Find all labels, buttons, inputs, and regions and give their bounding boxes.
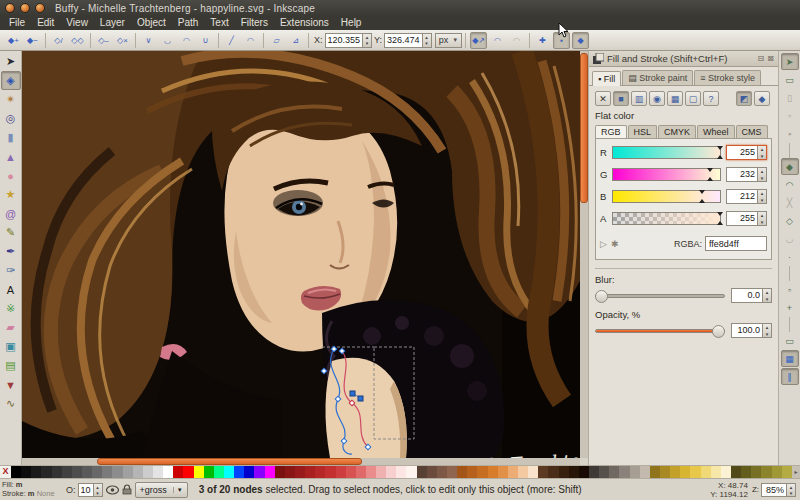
spin-arrows[interactable]: ▴▾ (786, 484, 795, 496)
panel-close-icon[interactable]: ⊠ (767, 54, 774, 63)
menu-path[interactable]: Path (172, 16, 205, 30)
palette-swatch[interactable] (518, 466, 528, 478)
spin-arrows[interactable]: ▴▾ (93, 484, 102, 496)
tool-ellipse[interactable]: ● (1, 166, 21, 185)
zoom-spinbox[interactable]: 85% ▴▾ (761, 483, 796, 497)
snap-paths[interactable]: ◠ (781, 176, 799, 193)
palette-swatch[interactable] (538, 466, 548, 478)
blur-spinbox[interactable]: 0.0 ▴▾ (731, 288, 772, 303)
palette-swatch[interactable] (569, 466, 579, 478)
spin-arrows[interactable]: ▴▾ (762, 324, 771, 337)
palette-swatch[interactable] (285, 466, 295, 478)
opacity-slider[interactable] (595, 329, 725, 333)
tool-text[interactable]: A (1, 280, 21, 299)
palette-swatch[interactable] (680, 466, 690, 478)
channel-slider-b[interactable] (612, 190, 721, 203)
maximize-window-button[interactable] (35, 3, 45, 13)
palette-swatch[interactable] (396, 466, 406, 478)
close-window-button[interactable] (5, 3, 15, 13)
canvas[interactable]: Michelle Trachtenberg copyright by traeu… (22, 51, 580, 458)
palette-swatch[interactable] (21, 466, 31, 478)
rgba-hex-input[interactable]: ffe8d4ff (705, 236, 767, 251)
palette-swatch[interactable] (782, 466, 792, 478)
color-tab-cms[interactable]: CMS (736, 125, 768, 138)
snap-bounding-box[interactable]: ▭ (781, 71, 799, 88)
menu-edit[interactable]: Edit (31, 16, 60, 30)
line-segment[interactable]: ╱ (223, 32, 240, 49)
palette-swatch[interactable] (82, 466, 92, 478)
snap-bbox-midpoints[interactable]: ▪ (781, 125, 799, 142)
edit-mask[interactable]: ◠ (489, 32, 506, 49)
snap-nodes[interactable]: ◆ (781, 158, 799, 175)
palette-swatch[interactable] (72, 466, 82, 478)
x-coordinate-spinbox[interactable]: 120.355 ▴▾ (325, 33, 373, 48)
menu-extensions[interactable]: Extensions (274, 16, 335, 30)
title-bar[interactable]: Buffy - Michelle Trachtenberg - happylin… (0, 0, 800, 16)
tool-gradient[interactable]: ▤ (1, 356, 21, 375)
spin-arrows[interactable]: ▴▾ (757, 212, 766, 225)
paint-unknown-button[interactable]: ? (703, 91, 719, 106)
palette-swatch[interactable] (386, 466, 396, 478)
tool-node-editor[interactable]: ◈ (1, 71, 21, 90)
palette-swatch[interactable] (315, 466, 325, 478)
palette-scroll-arrow[interactable]: ▸ (792, 466, 800, 478)
channel-value-b[interactable]: 212 (727, 190, 757, 203)
palette-swatch[interactable] (102, 466, 112, 478)
palette-swatch[interactable] (579, 466, 589, 478)
tool-calligraphy[interactable]: ✑ (1, 261, 21, 280)
snap-cusp-nodes[interactable]: ◇ (781, 212, 799, 229)
horizontal-scrollbar-thumb[interactable] (97, 458, 362, 465)
palette-swatch[interactable] (163, 466, 173, 478)
palette-swatch[interactable] (670, 466, 680, 478)
palette-swatch[interactable] (224, 466, 234, 478)
channel-spinbox-r[interactable]: 255▴▾ (726, 145, 767, 160)
tool-star[interactable]: ★ (1, 185, 21, 204)
channel-spinbox-a[interactable]: 255▴▾ (726, 211, 767, 226)
palette-swatch[interactable] (153, 466, 163, 478)
palette-swatch[interactable] (356, 466, 366, 478)
layer-visibility-eye-icon[interactable] (106, 485, 119, 495)
palette-swatch[interactable] (336, 466, 346, 478)
panel-minimize-icon[interactable]: ⊟ (758, 54, 765, 63)
palette-swatch[interactable] (701, 466, 711, 478)
palette-swatch[interactable] (690, 466, 700, 478)
paint-linear-gradient-button[interactable]: ▥ (631, 91, 647, 106)
snap-page-border[interactable]: ▭ (781, 332, 799, 349)
delete-node[interactable]: ◆− (24, 32, 41, 49)
palette-swatch[interactable] (528, 466, 538, 478)
auto-node[interactable]: ∪ (197, 32, 214, 49)
channel-slider-r[interactable] (612, 146, 721, 159)
palette-swatch[interactable] (92, 466, 102, 478)
menu-filters[interactable]: Filters (235, 16, 274, 30)
menu-file[interactable]: File (3, 16, 31, 30)
object-to-path[interactable]: ▱ (268, 32, 285, 49)
palette-swatch[interactable] (183, 466, 193, 478)
opacity-slider-knob[interactable] (712, 325, 725, 338)
palette-swatch[interactable] (194, 466, 204, 478)
paint-swatch-button[interactable]: ▢ (685, 91, 701, 106)
palette-swatch[interactable] (619, 466, 629, 478)
units-dropdown[interactable]: px ▼ (435, 33, 462, 48)
color-tab-hsl[interactable]: HSL (628, 125, 658, 138)
paint-flat-color-button[interactable]: ■ (613, 91, 629, 106)
palette-swatch[interactable] (731, 466, 741, 478)
palette-swatch[interactable] (123, 466, 133, 478)
channel-spinbox-b[interactable]: 212▴▾ (726, 189, 767, 204)
insert-node[interactable]: ◆+ (5, 32, 22, 49)
y-coordinate-spinbox[interactable]: 326.474 ▴▾ (384, 33, 432, 48)
blur-slider-knob[interactable] (595, 290, 608, 303)
palette-swatch[interactable] (305, 466, 315, 478)
tool-tweak[interactable]: ✴ (1, 90, 21, 109)
color-tab-cmyk[interactable]: CMYK (658, 125, 696, 138)
paint-no-paint-button[interactable]: ✕ (595, 91, 611, 106)
snap-midpoints[interactable]: · (781, 248, 799, 265)
snap-enable[interactable]: ➤ (781, 53, 799, 70)
channel-spinbox-g[interactable]: 232▴▾ (726, 167, 767, 182)
menu-help[interactable]: Help (335, 16, 368, 30)
palette-swatch[interactable] (761, 466, 771, 478)
layer-lock-icon[interactable] (122, 484, 132, 495)
tool-spiral[interactable]: @ (1, 204, 21, 223)
palette-swatch[interactable] (599, 466, 609, 478)
spin-arrows[interactable]: ▴▾ (762, 289, 771, 302)
blur-slider[interactable] (595, 294, 725, 298)
